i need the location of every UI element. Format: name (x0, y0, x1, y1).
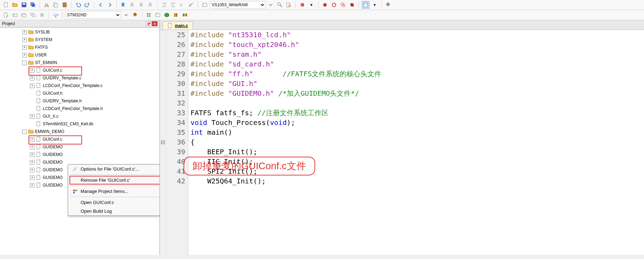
tree-folder[interactable]: +FATFS (0, 44, 160, 51)
tree-file[interactable]: LCDConf_FlexColor_Template.h (0, 105, 160, 112)
nav-fwd-icon[interactable] (106, 1, 114, 9)
find-icon[interactable] (276, 1, 284, 9)
code-editor[interactable]: ⊟ 25262728293031323334353639404142 #incl… (160, 30, 644, 255)
expand-toggle-icon[interactable]: + (22, 45, 27, 50)
indent-icon[interactable] (160, 1, 168, 9)
expand-toggle-icon[interactable]: + (30, 152, 34, 157)
tree-file[interactable]: GUIConf.h (0, 89, 160, 97)
tree-file[interactable]: +GUIConf.c (0, 66, 160, 74)
translate-icon[interactable] (2, 11, 10, 19)
manage-multi-icon[interactable] (181, 11, 189, 19)
tree-folder[interactable]: +SYSLIB (0, 28, 160, 36)
expand-toggle-icon[interactable] (30, 91, 34, 96)
open-file-icon[interactable] (11, 1, 19, 9)
tree-file[interactable]: +GUIDRV_Template.c (0, 74, 160, 82)
target-select[interactable]: VS1053_WriteRAM (210, 1, 266, 9)
menu-open-file[interactable]: Open GUIConf.c (68, 198, 160, 207)
menu-manage-project-items[interactable]: Manage Project Items... (68, 187, 160, 196)
new-file-icon[interactable] (2, 1, 10, 9)
expand-toggle-icon[interactable]: + (30, 76, 34, 80)
expand-toggle-icon[interactable] (30, 107, 34, 111)
save-icon[interactable] (20, 1, 28, 9)
expand-toggle-icon[interactable]: - (22, 61, 27, 65)
expand-toggle-icon[interactable]: + (30, 175, 34, 180)
breakpoint-insert-icon[interactable] (321, 1, 329, 9)
bookmark-clear-icon[interactable] (147, 1, 154, 9)
select-packs-icon[interactable] (154, 11, 162, 19)
copy-icon[interactable] (52, 1, 59, 9)
expand-toggle-icon[interactable] (30, 122, 34, 126)
tree-folder[interactable]: -EMWIN_DEMO (0, 128, 160, 135)
window-list-icon[interactable] (362, 1, 369, 9)
find-in-files-icon[interactable] (285, 1, 293, 9)
rebuild-icon[interactable] (20, 11, 28, 19)
tree-folder[interactable]: +USER (0, 51, 160, 59)
expand-toggle-icon[interactable]: + (30, 160, 34, 165)
caret-down-icon[interactable]: ▾ (371, 1, 378, 9)
debug-icon[interactable]: d (299, 1, 306, 9)
tree-file[interactable]: +GUIConf.c (0, 135, 160, 143)
expand-toggle-icon[interactable]: + (22, 30, 27, 34)
breakpoint-kill-all-icon[interactable] (348, 1, 356, 9)
file-icon (167, 23, 173, 29)
bookmark-prev-icon[interactable] (129, 1, 136, 9)
svg-rect-29 (364, 3, 368, 7)
tree-file[interactable]: +GUIDEMO (0, 151, 160, 158)
tree-folder[interactable]: +SYSTEM (0, 36, 160, 44)
expand-toggle-icon[interactable] (30, 99, 34, 103)
redo-icon[interactable] (83, 1, 91, 9)
folder-icon (28, 45, 34, 50)
pack-installer-icon[interactable] (163, 11, 171, 19)
menu-remove-file[interactable]: Remove File 'GUIConf.c' (68, 176, 160, 185)
cut-icon[interactable] (43, 1, 50, 9)
stop-build-icon[interactable] (38, 11, 46, 19)
tree-file[interactable]: +GUI_X.c (0, 112, 160, 120)
panel-close-icon[interactable]: ✕ (152, 21, 157, 26)
menu-options-for-file[interactable]: 🪄 Options for File 'GUIConf.c'... Alt+F7 (68, 165, 160, 173)
options-target-icon[interactable] (131, 11, 139, 19)
undo-icon[interactable] (74, 1, 82, 9)
download-icon[interactable]: LOAD (52, 11, 59, 19)
expand-toggle-icon[interactable]: + (22, 38, 27, 42)
tree-file[interactable]: GUIDRV_Template.h (0, 97, 160, 105)
paste-icon[interactable] (61, 1, 68, 9)
configure-icon[interactable] (384, 1, 392, 9)
expand-toggle-icon[interactable]: + (30, 84, 34, 88)
outdent-icon[interactable] (169, 1, 177, 9)
tree-folder[interactable]: -ST_EMWIN (0, 59, 160, 66)
expand-toggle-icon[interactable]: - (22, 130, 27, 134)
device-select[interactable]: STM32HD (65, 11, 121, 19)
blocks-icon (72, 189, 79, 194)
panel-pin-icon[interactable]: 📌 (146, 21, 151, 26)
batch-build-icon[interactable] (29, 11, 37, 19)
books-icon[interactable] (172, 11, 180, 19)
tree-file[interactable]: +GUIDEMO (0, 143, 160, 151)
caret-down-icon[interactable]: ▾ (308, 1, 315, 9)
save-all-icon[interactable] (29, 1, 37, 9)
function-list-icon[interactable] (201, 1, 209, 9)
tree-file[interactable]: STemWin532_CM3_Keil.lib (0, 120, 160, 128)
breakpoint-disable-icon[interactable] (330, 1, 338, 9)
bookmark-toggle-icon[interactable] (120, 1, 127, 9)
svg-rect-8 (55, 4, 57, 7)
breakpoint-disable-all-icon[interactable] (339, 1, 347, 9)
tree-file[interactable]: +LCDConf_FlexColor_Template.c (0, 82, 160, 89)
svg-rect-38 (40, 13, 44, 17)
menu-open-build-log[interactable]: Open Build Log (68, 207, 160, 215)
build-icon[interactable] (11, 11, 19, 19)
expand-toggle-icon[interactable]: + (30, 183, 34, 188)
expand-toggle-icon[interactable]: + (30, 68, 34, 73)
expand-toggle-icon[interactable]: + (30, 114, 34, 119)
expand-toggle-icon[interactable]: + (30, 145, 34, 149)
expand-toggle-icon[interactable]: + (22, 53, 27, 57)
dropdown-icon[interactable] (122, 11, 130, 19)
comment-icon[interactable]: // (178, 1, 186, 9)
nav-back-icon[interactable] (97, 1, 105, 9)
uncomment-icon[interactable]: // (187, 1, 195, 9)
bookmark-next-icon[interactable] (138, 1, 145, 9)
dropdown-icon[interactable] (267, 1, 275, 9)
editor-tab-main-c[interactable]: main.c (163, 22, 193, 30)
expand-toggle-icon[interactable]: + (30, 137, 34, 142)
manage-rt-icon[interactable] (145, 11, 153, 19)
expand-toggle-icon[interactable]: + (30, 168, 34, 172)
